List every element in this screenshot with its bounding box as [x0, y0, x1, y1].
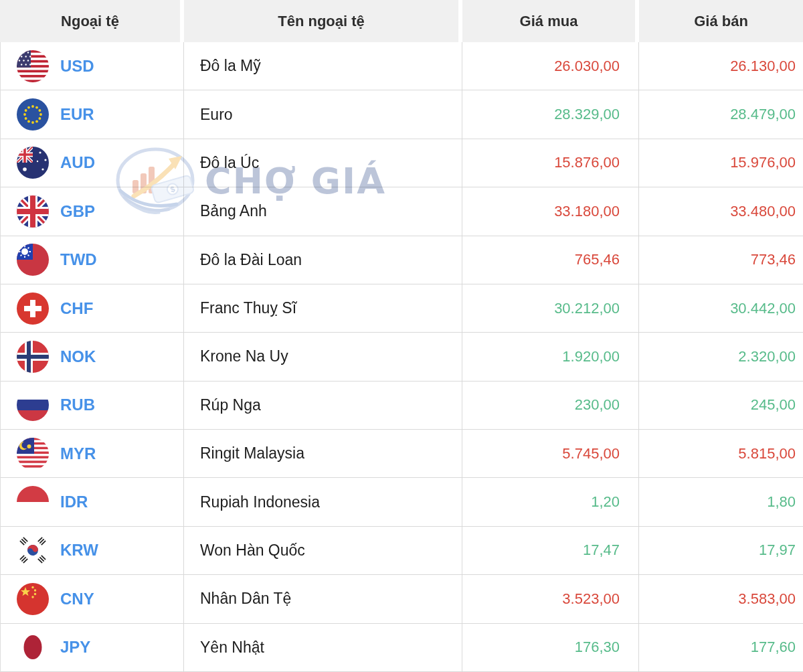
- currency-code-link[interactable]: AUD: [60, 153, 95, 172]
- flag-eur-icon: [17, 98, 49, 131]
- currency-name: Yên Nhật: [184, 624, 462, 671]
- buy-price: 765,46: [462, 236, 639, 284]
- table-row: GBPBảng Anh33.180,0033.480,00: [0, 187, 803, 236]
- sell-price: 245,00: [639, 382, 803, 429]
- table-row: NOKKrone Na Uy1.920,002.320,00: [0, 333, 803, 381]
- sell-price: 28.479,00: [639, 90, 803, 138]
- currency-cell: EUR: [0, 90, 184, 138]
- sell-price: 33.480,00: [639, 187, 803, 235]
- currency-cell: USD: [0, 42, 184, 90]
- currency-name: Rupiah Indonesia: [184, 478, 462, 525]
- currency-name: Ringit Malaysia: [184, 430, 462, 477]
- flag-jpy-icon: [17, 631, 49, 663]
- table-row: KRWWon Hàn Quốc17,4717,97: [0, 527, 803, 575]
- table-row: USDĐô la Mỹ26.030,0026.130,00: [0, 42, 803, 90]
- flag-krw-icon: [17, 534, 49, 566]
- currency-cell: NOK: [0, 333, 184, 380]
- buy-price: 3.523,00: [462, 575, 639, 622]
- currency-code-link[interactable]: GBP: [60, 202, 95, 221]
- buy-price: 15.876,00: [462, 139, 639, 187]
- buy-price: 5.745,00: [462, 430, 639, 477]
- flag-rub-icon: [17, 389, 49, 421]
- sell-price: 1,80: [639, 478, 803, 525]
- column-header-currency: Ngoại tệ: [0, 0, 184, 42]
- buy-price: 33.180,00: [462, 187, 639, 235]
- currency-code-link[interactable]: IDR: [60, 493, 88, 511]
- buy-price: 1.920,00: [462, 333, 639, 380]
- table-row: JPYYên Nhật176,30177,60: [0, 624, 803, 672]
- buy-price: 1,20: [462, 478, 639, 525]
- currency-name: Krone Na Uy: [184, 333, 462, 380]
- currency-cell: TWD: [0, 236, 184, 284]
- table-row: EUREuro28.329,0028.479,00: [0, 90, 803, 139]
- table-row: CHFFranc Thuỵ Sĩ30.212,0030.442,00: [0, 284, 803, 333]
- buy-price: 230,00: [462, 382, 639, 429]
- currency-code-link[interactable]: CNY: [60, 590, 94, 608]
- sell-price: 17,97: [639, 527, 803, 574]
- sell-price: 177,60: [639, 624, 803, 671]
- currency-name: Đô la Mỹ: [184, 42, 462, 90]
- table-row: IDRRupiah Indonesia1,201,80: [0, 478, 803, 526]
- flag-gbp-icon: [17, 195, 49, 228]
- currency-name: Đô la Úc: [184, 139, 462, 187]
- table-row: RUBRúp Nga230,00245,00: [0, 382, 803, 430]
- flag-usd-icon: [17, 50, 49, 82]
- flag-myr-icon: [17, 438, 49, 470]
- flag-aud-icon: [17, 147, 49, 179]
- currency-code-link[interactable]: USD: [60, 57, 94, 76]
- flag-twd-icon: [17, 244, 49, 276]
- buy-price: 30.212,00: [462, 284, 639, 332]
- currency-code-link[interactable]: TWD: [60, 250, 97, 269]
- flag-cny-icon: [17, 583, 49, 615]
- currency-name: Franc Thuỵ Sĩ: [184, 284, 462, 332]
- sell-price: 30.442,00: [639, 284, 803, 332]
- sell-price: 2.320,00: [639, 333, 803, 380]
- currency-code-link[interactable]: EUR: [60, 105, 94, 124]
- exchange-rate-table: Ngoại tệ Tên ngoại tệ Giá mua Giá bán US…: [0, 0, 803, 672]
- table-body: USDĐô la Mỹ26.030,0026.130,00EUREuro28.3…: [0, 42, 803, 672]
- flag-nok-icon: [17, 341, 49, 373]
- currency-cell: AUD: [0, 139, 184, 187]
- flag-chf-icon: [17, 292, 49, 325]
- table-row: CNYNhân Dân Tệ3.523,003.583,00: [0, 575, 803, 623]
- sell-price: 773,46: [639, 236, 803, 284]
- currency-name: Won Hàn Quốc: [184, 527, 462, 574]
- buy-price: 17,47: [462, 527, 639, 574]
- currency-code-link[interactable]: MYR: [60, 444, 96, 463]
- currency-name: Rúp Nga: [184, 382, 462, 429]
- currency-cell: KRW: [0, 527, 184, 574]
- currency-code-link[interactable]: KRW: [60, 541, 98, 560]
- buy-price: 26.030,00: [462, 42, 639, 90]
- currency-code-link[interactable]: RUB: [60, 396, 95, 414]
- sell-price: 15.976,00: [639, 139, 803, 187]
- currency-cell: CNY: [0, 575, 184, 622]
- currency-name: Bảng Anh: [184, 187, 462, 235]
- sell-price: 5.815,00: [639, 430, 803, 477]
- sell-price: 26.130,00: [639, 42, 803, 90]
- currency-name: Euro: [184, 90, 462, 138]
- currency-name: Nhân Dân Tệ: [184, 575, 462, 622]
- currency-code-link[interactable]: CHF: [60, 299, 93, 318]
- table-row: MYRRingit Malaysia5.745,005.815,00: [0, 430, 803, 478]
- table-row: TWDĐô la Đài Loan765,46773,46: [0, 236, 803, 284]
- currency-name: Đô la Đài Loan: [184, 236, 462, 284]
- currency-cell: RUB: [0, 382, 184, 429]
- currency-cell: IDR: [0, 478, 184, 525]
- currency-cell: CHF: [0, 284, 184, 332]
- table-header: Ngoại tệ Tên ngoại tệ Giá mua Giá bán: [0, 0, 803, 42]
- table-row: AUDĐô la Úc15.876,0015.976,00: [0, 139, 803, 187]
- currency-cell: JPY: [0, 624, 184, 671]
- column-header-buy: Giá mua: [462, 0, 639, 42]
- column-header-sell: Giá bán: [639, 0, 803, 42]
- currency-cell: GBP: [0, 187, 184, 235]
- buy-price: 176,30: [462, 624, 639, 671]
- buy-price: 28.329,00: [462, 90, 639, 138]
- column-header-name: Tên ngoại tệ: [184, 0, 462, 42]
- flag-idr-icon: [17, 486, 49, 518]
- currency-code-link[interactable]: NOK: [60, 347, 96, 366]
- currency-cell: MYR: [0, 430, 184, 477]
- sell-price: 3.583,00: [639, 575, 803, 622]
- currency-code-link[interactable]: JPY: [60, 638, 90, 657]
